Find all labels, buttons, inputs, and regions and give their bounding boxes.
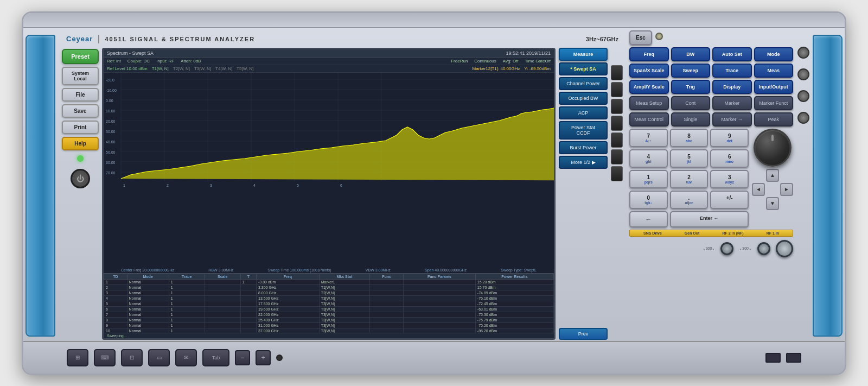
auto-set-button[interactable]: Auto Set bbox=[712, 47, 752, 61]
save-button[interactable]: Save bbox=[62, 104, 99, 118]
amply-scale-button[interactable]: Ampl/Y Scale bbox=[629, 80, 669, 94]
esc-button[interactable]: Esc bbox=[629, 30, 652, 45]
preset-button[interactable]: Preset bbox=[62, 49, 99, 64]
keyboard-button[interactable]: ⌨ bbox=[94, 349, 116, 366]
input-output-button[interactable]: Input/Output bbox=[754, 80, 794, 94]
jog-knob[interactable] bbox=[754, 129, 792, 167]
minus-button[interactable]: − bbox=[235, 350, 250, 365]
marker-arrow-button[interactable]: Marker → bbox=[712, 112, 752, 126]
email-button[interactable]: ✉ bbox=[175, 349, 197, 366]
nav-btn-5[interactable] bbox=[611, 132, 623, 148]
side-knob-1[interactable] bbox=[797, 47, 809, 59]
right-handle bbox=[813, 35, 843, 337]
rf1-in-label: RF 1 In bbox=[767, 231, 779, 235]
key-plusminus[interactable]: +/- bbox=[710, 191, 749, 209]
svg-text:50.00: 50.00 bbox=[106, 150, 116, 154]
screen-title: Spectrum - Swept SA bbox=[107, 50, 154, 56]
peak-button[interactable]: Peak bbox=[754, 112, 794, 126]
freq-button[interactable]: Freq bbox=[629, 47, 669, 61]
sweep-button[interactable]: Sweep bbox=[671, 64, 711, 78]
acp-button[interactable]: ACP bbox=[559, 106, 608, 119]
key-6[interactable]: 6 mno bbox=[710, 149, 749, 168]
key-dot[interactable]: . a/jor bbox=[670, 191, 709, 209]
table-cell bbox=[403, 312, 475, 317]
channel-power-button[interactable]: Channel Power bbox=[559, 77, 608, 90]
nav-btn-2[interactable] bbox=[611, 82, 623, 97]
tab-button[interactable]: Tab bbox=[202, 349, 229, 366]
key-2[interactable]: 2 tuv bbox=[670, 170, 709, 188]
plus-button[interactable]: + bbox=[256, 350, 271, 365]
table-cell bbox=[370, 312, 404, 317]
table-cell bbox=[403, 295, 475, 301]
nav-btn-4[interactable] bbox=[611, 116, 623, 131]
table-cell: T2[W,N] bbox=[319, 290, 369, 295]
power-button[interactable]: ⏻ bbox=[71, 169, 90, 188]
more-button[interactable]: More 1/2 ▶ bbox=[559, 156, 608, 169]
left-handle bbox=[25, 35, 55, 337]
back-key[interactable]: ← bbox=[629, 211, 668, 227]
burst-power-button[interactable]: Burst Power bbox=[559, 141, 608, 154]
cont-button[interactable]: Cont bbox=[671, 96, 711, 110]
system-local-button[interactable]: System Local bbox=[62, 67, 99, 85]
key-5[interactable]: 5 jkl bbox=[670, 149, 709, 168]
key-0[interactable]: 0 tgk↓ bbox=[629, 191, 668, 209]
span-label: Span 40.000000000GHz bbox=[425, 268, 467, 272]
help-button[interactable]: Help bbox=[62, 137, 99, 150]
key-7[interactable]: 7 A↑↑ bbox=[629, 129, 668, 147]
mode-button[interactable]: Mode bbox=[754, 47, 794, 61]
nav-btn-1[interactable] bbox=[611, 65, 623, 80]
nav-btn-3[interactable] bbox=[611, 99, 623, 114]
occupied-bw-button[interactable]: Occupied BW bbox=[559, 92, 608, 105]
table-cell bbox=[240, 290, 256, 295]
enter-key[interactable]: Enter ← bbox=[670, 211, 749, 227]
power-stat-ccdf-button[interactable]: Power Stat CCDF bbox=[559, 121, 608, 140]
side-knob-4[interactable] bbox=[797, 112, 809, 124]
sns-voltage-label: ⌄300⌄ bbox=[703, 246, 716, 251]
key-8[interactable]: 8 abc bbox=[670, 129, 709, 147]
bw-button[interactable]: BW bbox=[671, 47, 711, 61]
swept-sa-button[interactable]: * Swept SA bbox=[559, 62, 608, 75]
table-cell bbox=[205, 317, 240, 322]
marker-label: Marker bbox=[724, 100, 739, 106]
func-buttons-grid: Freq BW Auto Set Mode Span/X Scale Sweep bbox=[629, 47, 793, 126]
arrow-up[interactable]: ▲ bbox=[766, 169, 779, 182]
param-couple: Couple: DC bbox=[127, 59, 150, 64]
meas-setup-button[interactable]: Meas Setup bbox=[629, 96, 669, 110]
arrow-left[interactable]: ◄ bbox=[752, 183, 765, 196]
meas-button[interactable]: Meas bbox=[754, 64, 794, 78]
side-knob-3[interactable] bbox=[797, 90, 809, 102]
marker-funct-button[interactable]: Marker Funct bbox=[754, 96, 794, 110]
display-mode-button[interactable]: ⊡ bbox=[121, 349, 143, 366]
nav-btn-7[interactable] bbox=[611, 166, 623, 181]
table-cell: Normal bbox=[127, 328, 169, 333]
spanx-scale-button[interactable]: Span/X Scale bbox=[629, 64, 669, 78]
meas-control-button[interactable]: Meas Control bbox=[629, 112, 669, 126]
trace-button[interactable]: Trace bbox=[712, 64, 752, 78]
key-4[interactable]: 4 ghi bbox=[629, 149, 668, 168]
nav-btn-6[interactable] bbox=[611, 149, 623, 164]
key-3[interactable]: 3 wxyz bbox=[710, 170, 749, 188]
table-cell: T1[W,N] bbox=[319, 284, 369, 290]
display-button[interactable]: Display bbox=[712, 80, 752, 94]
single-button[interactable]: Single bbox=[671, 112, 711, 126]
marker-button[interactable]: Marker bbox=[712, 96, 752, 110]
file-button[interactable]: File bbox=[62, 88, 99, 102]
window-button[interactable]: ▭ bbox=[148, 349, 170, 366]
svg-text:-20.0: -20.0 bbox=[106, 78, 114, 82]
table-cell bbox=[240, 295, 256, 301]
key-9[interactable]: 9 def bbox=[710, 129, 749, 147]
sweep-label: Sweep bbox=[682, 68, 698, 73]
key-1[interactable]: 1 pqrs bbox=[629, 170, 668, 188]
windows-button[interactable]: ⊞ bbox=[67, 349, 88, 366]
table-cell: -76.10 dBm bbox=[475, 295, 553, 301]
measure-button[interactable]: Measure bbox=[559, 48, 608, 61]
print-button[interactable]: Print bbox=[62, 121, 99, 134]
table-row: 7Normal122.000 GHzT3[W,N]-75.30 dBm bbox=[104, 312, 554, 317]
table-cell: 1 bbox=[169, 301, 205, 306]
prev-button[interactable]: Prev bbox=[559, 328, 608, 340]
arrow-down[interactable]: ▼ bbox=[766, 197, 779, 210]
arrow-right[interactable]: ► bbox=[780, 183, 793, 196]
amply-scale-label: Ampl/Y Scale bbox=[634, 84, 665, 90]
side-knob-2[interactable] bbox=[797, 68, 809, 80]
trig-button[interactable]: Trig bbox=[671, 80, 711, 94]
